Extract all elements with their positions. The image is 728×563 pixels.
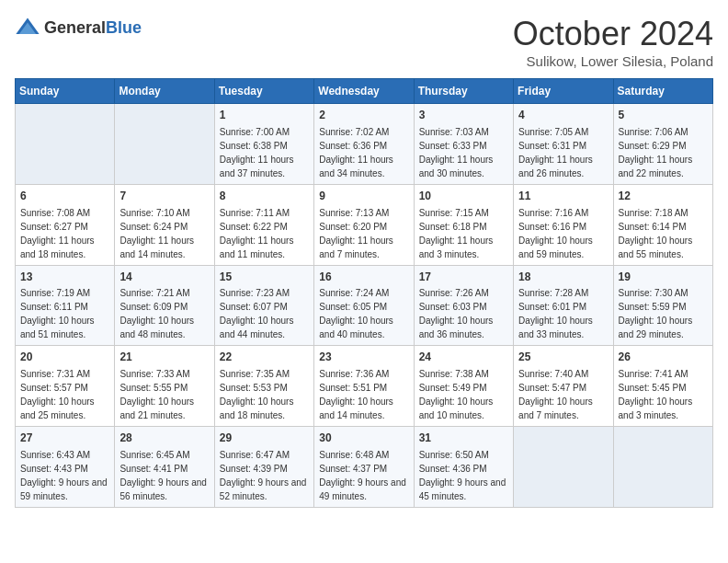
day-number: 22 [220, 350, 309, 365]
day-cell: 25Sunrise: 7:40 AM Sunset: 5:47 PM Dayli… [514, 346, 613, 427]
day-cell: 6Sunrise: 7:08 AM Sunset: 6:27 PM Daylig… [16, 184, 115, 265]
day-cell: 28Sunrise: 6:45 AM Sunset: 4:41 PM Dayli… [115, 427, 214, 508]
day-cell: 18Sunrise: 7:28 AM Sunset: 6:01 PM Dayli… [514, 265, 613, 346]
logo-icon [15, 15, 40, 40]
day-info: Sunrise: 6:50 AM Sunset: 4:36 PM Dayligh… [419, 450, 506, 501]
day-cell: 22Sunrise: 7:35 AM Sunset: 5:53 PM Dayli… [214, 346, 313, 427]
day-info: Sunrise: 6:43 AM Sunset: 4:43 PM Dayligh… [20, 450, 108, 501]
day-number: 20 [20, 350, 109, 365]
day-number: 18 [518, 270, 608, 285]
day-info: Sunrise: 7:33 AM Sunset: 5:55 PM Dayligh… [119, 369, 194, 420]
day-info: Sunrise: 7:35 AM Sunset: 5:53 PM Dayligh… [220, 369, 294, 420]
day-number: 14 [119, 270, 209, 285]
day-number: 5 [619, 108, 708, 123]
day-cell: 10Sunrise: 7:15 AM Sunset: 6:18 PM Dayli… [414, 184, 513, 265]
day-cell: 19Sunrise: 7:30 AM Sunset: 5:59 PM Dayli… [613, 265, 712, 346]
day-number: 30 [319, 431, 408, 446]
day-number: 19 [619, 270, 708, 285]
day-cell: 15Sunrise: 7:23 AM Sunset: 6:07 PM Dayli… [214, 265, 313, 346]
col-header-saturday: Saturday [613, 79, 712, 104]
day-cell: 27Sunrise: 6:43 AM Sunset: 4:43 PM Dayli… [16, 427, 115, 508]
logo: GeneralBlue [15, 15, 142, 40]
day-cell: 11Sunrise: 7:16 AM Sunset: 6:16 PM Dayli… [514, 184, 613, 265]
week-row-4: 20Sunrise: 7:31 AM Sunset: 5:57 PM Dayli… [16, 346, 713, 427]
day-info: Sunrise: 6:47 AM Sunset: 4:39 PM Dayligh… [220, 450, 307, 501]
day-number: 27 [20, 431, 109, 446]
title-area: October 2024 Sulikow, Lower Silesia, Pol… [513, 15, 713, 69]
subtitle: Sulikow, Lower Silesia, Poland [513, 53, 713, 69]
day-info: Sunrise: 7:15 AM Sunset: 6:18 PM Dayligh… [419, 208, 494, 259]
logo-blue: Blue [106, 18, 142, 37]
day-info: Sunrise: 7:24 AM Sunset: 6:05 PM Dayligh… [319, 288, 393, 339]
day-info: Sunrise: 7:21 AM Sunset: 6:09 PM Dayligh… [119, 288, 194, 339]
day-info: Sunrise: 7:13 AM Sunset: 6:20 PM Dayligh… [319, 208, 393, 259]
calendar-table: SundayMondayTuesdayWednesdayThursdayFrid… [15, 78, 713, 508]
day-cell [514, 427, 613, 508]
day-cell: 16Sunrise: 7:24 AM Sunset: 6:05 PM Dayli… [314, 265, 414, 346]
page-header: GeneralBlue October 2024 Sulikow, Lower … [15, 15, 713, 69]
day-info: Sunrise: 7:40 AM Sunset: 5:47 PM Dayligh… [518, 369, 593, 420]
month-title: October 2024 [513, 15, 713, 53]
day-info: Sunrise: 7:00 AM Sunset: 6:38 PM Dayligh… [220, 127, 294, 178]
day-cell: 17Sunrise: 7:26 AM Sunset: 6:03 PM Dayli… [414, 265, 513, 346]
day-number: 8 [220, 189, 309, 204]
day-cell: 13Sunrise: 7:19 AM Sunset: 6:11 PM Dayli… [16, 265, 115, 346]
day-info: Sunrise: 7:05 AM Sunset: 6:31 PM Dayligh… [518, 127, 593, 178]
day-number: 3 [419, 108, 508, 123]
day-info: Sunrise: 7:26 AM Sunset: 6:03 PM Dayligh… [419, 288, 494, 339]
day-info: Sunrise: 7:02 AM Sunset: 6:36 PM Dayligh… [319, 127, 393, 178]
day-info: Sunrise: 7:36 AM Sunset: 5:51 PM Dayligh… [319, 369, 393, 420]
week-row-5: 27Sunrise: 6:43 AM Sunset: 4:43 PM Dayli… [16, 427, 713, 508]
day-number: 16 [319, 270, 408, 285]
day-number: 15 [220, 270, 309, 285]
day-cell [613, 427, 712, 508]
day-number: 24 [419, 350, 508, 365]
day-cell: 2Sunrise: 7:02 AM Sunset: 6:36 PM Daylig… [314, 104, 414, 185]
col-header-sunday: Sunday [16, 79, 115, 104]
day-cell: 24Sunrise: 7:38 AM Sunset: 5:49 PM Dayli… [414, 346, 513, 427]
day-info: Sunrise: 7:06 AM Sunset: 6:29 PM Dayligh… [619, 127, 693, 178]
day-number: 29 [220, 431, 309, 446]
day-number: 17 [419, 270, 508, 285]
col-header-tuesday: Tuesday [214, 79, 313, 104]
day-cell: 3Sunrise: 7:03 AM Sunset: 6:33 PM Daylig… [414, 104, 513, 185]
header-row: SundayMondayTuesdayWednesdayThursdayFrid… [16, 79, 713, 104]
day-info: Sunrise: 7:19 AM Sunset: 6:11 PM Dayligh… [20, 288, 95, 339]
day-cell: 21Sunrise: 7:33 AM Sunset: 5:55 PM Dayli… [115, 346, 214, 427]
day-info: Sunrise: 7:03 AM Sunset: 6:33 PM Dayligh… [419, 127, 494, 178]
day-number: 13 [20, 270, 109, 285]
day-cell: 14Sunrise: 7:21 AM Sunset: 6:09 PM Dayli… [115, 265, 214, 346]
day-number: 1 [220, 108, 309, 123]
day-cell: 20Sunrise: 7:31 AM Sunset: 5:57 PM Dayli… [16, 346, 115, 427]
col-header-wednesday: Wednesday [314, 79, 414, 104]
day-cell: 5Sunrise: 7:06 AM Sunset: 6:29 PM Daylig… [613, 104, 712, 185]
day-info: Sunrise: 7:28 AM Sunset: 6:01 PM Dayligh… [518, 288, 593, 339]
day-info: Sunrise: 7:16 AM Sunset: 6:16 PM Dayligh… [518, 208, 593, 259]
day-info: Sunrise: 7:30 AM Sunset: 5:59 PM Dayligh… [619, 288, 693, 339]
day-number: 2 [319, 108, 408, 123]
day-info: Sunrise: 7:18 AM Sunset: 6:14 PM Dayligh… [619, 208, 693, 259]
day-cell: 4Sunrise: 7:05 AM Sunset: 6:31 PM Daylig… [514, 104, 613, 185]
day-number: 23 [319, 350, 408, 365]
day-number: 4 [518, 108, 608, 123]
day-number: 31 [419, 431, 508, 446]
week-row-2: 6Sunrise: 7:08 AM Sunset: 6:27 PM Daylig… [16, 184, 713, 265]
day-cell: 30Sunrise: 6:48 AM Sunset: 4:37 PM Dayli… [314, 427, 414, 508]
day-number: 12 [619, 189, 708, 204]
day-cell: 12Sunrise: 7:18 AM Sunset: 6:14 PM Dayli… [613, 184, 712, 265]
day-info: Sunrise: 7:10 AM Sunset: 6:24 PM Dayligh… [119, 208, 194, 259]
day-info: Sunrise: 7:41 AM Sunset: 5:45 PM Dayligh… [619, 369, 693, 420]
day-number: 10 [419, 189, 508, 204]
day-cell: 7Sunrise: 7:10 AM Sunset: 6:24 PM Daylig… [115, 184, 214, 265]
week-row-1: 1Sunrise: 7:00 AM Sunset: 6:38 PM Daylig… [16, 104, 713, 185]
day-number: 7 [119, 189, 209, 204]
day-cell: 26Sunrise: 7:41 AM Sunset: 5:45 PM Dayli… [613, 346, 712, 427]
day-number: 28 [119, 431, 209, 446]
day-number: 26 [619, 350, 708, 365]
day-cell: 9Sunrise: 7:13 AM Sunset: 6:20 PM Daylig… [314, 184, 414, 265]
day-info: Sunrise: 7:11 AM Sunset: 6:22 PM Dayligh… [220, 208, 294, 259]
day-number: 25 [518, 350, 608, 365]
logo-text: GeneralBlue [44, 18, 142, 38]
col-header-thursday: Thursday [414, 79, 513, 104]
day-info: Sunrise: 7:08 AM Sunset: 6:27 PM Dayligh… [20, 208, 95, 259]
